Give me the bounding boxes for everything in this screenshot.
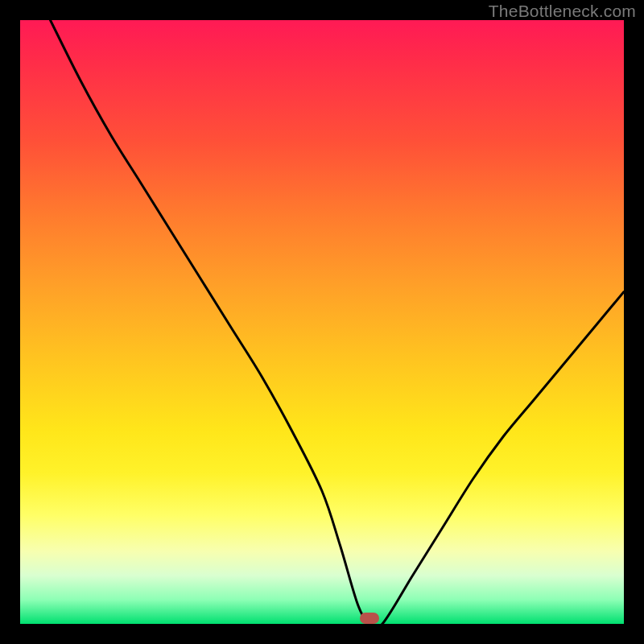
chart-curve [20,20,624,624]
watermark-text: TheBottleneck.com [489,2,636,21]
chart-frame: TheBottleneck.com [0,0,644,644]
chart-plot-area [20,20,624,624]
bottleneck-curve-path [51,20,625,624]
min-marker [360,613,379,624]
